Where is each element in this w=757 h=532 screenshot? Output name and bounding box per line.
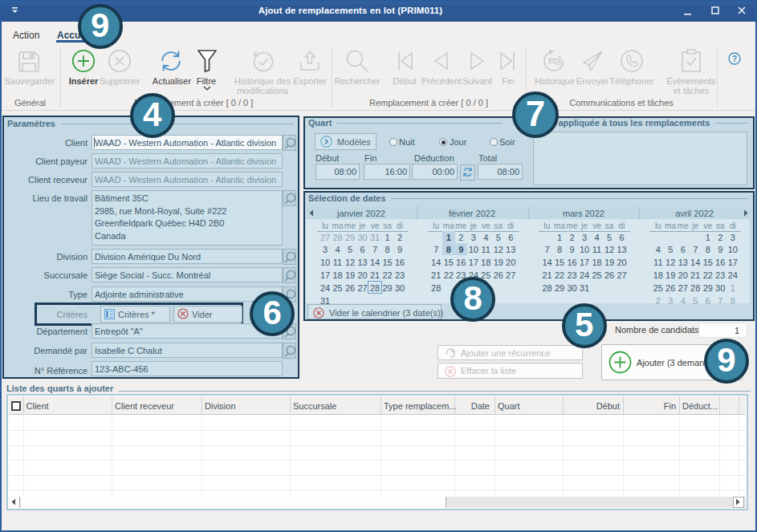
- svg-text:?: ?: [732, 55, 737, 63]
